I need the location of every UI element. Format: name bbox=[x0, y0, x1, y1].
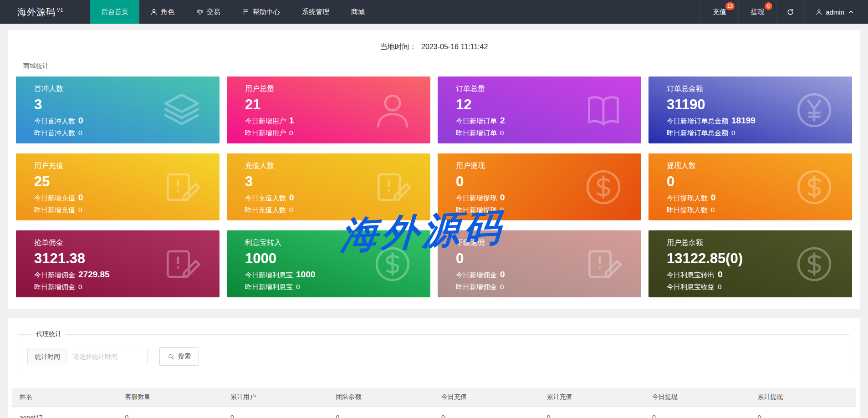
stat-card: 提现人数 0 今日提现人数0 昨日提现人数0 bbox=[648, 153, 852, 220]
menu-item-5[interactable]: 商城 bbox=[340, 0, 376, 24]
stat-card: 订单总金额 31190 今日新增订单总金额18199 昨日新增订单总金额0 bbox=[648, 76, 852, 143]
stat-card: 抢单佣金 3121.38 今日新增佣金2729.85 昨日新增佣金0 bbox=[16, 230, 220, 297]
dollar-icon bbox=[794, 167, 835, 208]
local-time-label: 当地时间： bbox=[380, 43, 417, 51]
edit-icon bbox=[372, 167, 413, 208]
layers-icon bbox=[161, 90, 202, 131]
menu-item-4[interactable]: 系统管理 bbox=[291, 0, 340, 24]
refresh-icon bbox=[786, 8, 794, 16]
dollar-icon bbox=[583, 167, 624, 208]
notification-badge: 0 bbox=[765, 2, 772, 10]
stat-card: 用户总余额 13122.85(0) 今日利息宝转出0 今日利息宝收益0 bbox=[648, 230, 852, 297]
navbar: 海外源码 V1 后台首页 角色 交易 帮助中心 系统管理 商城 充值 13 提现… bbox=[0, 0, 868, 24]
edit-icon bbox=[583, 244, 624, 285]
stat-card: 用户充值 25 今日新增充值0 昨日新增充值0 bbox=[16, 153, 220, 220]
agent-stats-fieldset: 代理统计 统计时间 搜索 bbox=[19, 330, 849, 375]
local-time: 当地时间： 2023-05-16 11:11:42 bbox=[8, 30, 860, 52]
time-filter-input[interactable] bbox=[67, 348, 148, 365]
stat-card: 订单总量 12 今日新增订单2 昨日新增订单0 bbox=[438, 76, 641, 143]
agent-table-header-row: 姓名客服数量累计用户团队余额今日充值累计充值今日提现累计提现 bbox=[12, 388, 856, 406]
menu-item-3[interactable]: 帮助中心 bbox=[231, 0, 291, 24]
agent-stats-panel: 代理统计 统计时间 搜索 姓名客服数量累计用户团队余额今日充值累计充值今日提现累… bbox=[8, 318, 860, 418]
flag-icon bbox=[242, 8, 250, 15]
column-header: 团队余额 bbox=[329, 388, 434, 406]
notification-badge: 13 bbox=[725, 2, 735, 10]
table-row: agnet170000000 bbox=[12, 406, 856, 418]
app-logo-text: 海外源码 bbox=[17, 6, 56, 18]
menu-item-1[interactable]: 角色 bbox=[139, 0, 185, 24]
stat-card: 用户提现 0 今日新增提现0 昨日新增提现0 bbox=[438, 153, 641, 220]
dollar-icon bbox=[372, 244, 413, 285]
stat-card: 用户总量 21 今日新增用户1 昨日新增用户0 bbox=[227, 76, 430, 143]
search-button-label: 搜索 bbox=[178, 352, 191, 361]
stat-card: 下级返佣 0 今日新增佣金0 昨日新增佣金0 bbox=[438, 230, 641, 297]
agent-table: 姓名客服数量累计用户团队余额今日充值累计充值今日提现累计提现 agnet1700… bbox=[12, 388, 856, 418]
stat-cards-grid: 首冲人数 3 今日首冲人数0 昨日首冲人数0 用户总量 21 今日新增用户1 昨… bbox=[8, 76, 860, 297]
table-cell: 0 bbox=[751, 406, 856, 418]
quick-action-1[interactable]: 提现 0 bbox=[738, 0, 776, 24]
person-icon bbox=[150, 8, 158, 15]
column-header: 姓名 bbox=[12, 388, 118, 406]
book-icon bbox=[583, 90, 624, 131]
scales-icon bbox=[196, 8, 204, 15]
agent-table-body: agnet170000000 bbox=[12, 406, 856, 418]
filter-row: 统计时间 搜索 bbox=[27, 347, 841, 366]
table-cell: 0 bbox=[645, 406, 751, 418]
table-cell: 0 bbox=[118, 406, 224, 418]
column-header: 累计提现 bbox=[751, 388, 856, 406]
edit-icon bbox=[161, 244, 202, 285]
table-cell: 0 bbox=[540, 406, 645, 418]
column-header: 累计用户 bbox=[223, 388, 329, 406]
user-menu[interactable]: admin bbox=[804, 0, 868, 24]
main-menu: 后台首页 角色 交易 帮助中心 系统管理 商城 bbox=[90, 0, 376, 24]
dollar-icon bbox=[794, 244, 835, 285]
stat-card: 利息宝转入 1000 今日新增利息宝1000 昨日新增利息宝0 bbox=[227, 230, 430, 297]
agent-stats-legend: 代理统计 bbox=[32, 330, 66, 338]
column-header: 客服数量 bbox=[118, 388, 224, 406]
quick-actions: 充值 13 提现 0 bbox=[700, 0, 776, 24]
local-time-value: 2023-05-16 11:11:42 bbox=[421, 43, 488, 51]
yen-icon bbox=[794, 90, 835, 131]
time-filter-label: 统计时间 bbox=[27, 348, 67, 365]
app-logo-version: V1 bbox=[57, 8, 63, 13]
navbar-right: 充值 13 提现 0 admin bbox=[700, 0, 868, 24]
stat-card: 首冲人数 3 今日首冲人数0 昨日首冲人数0 bbox=[16, 76, 220, 143]
table-cell: agnet17 bbox=[12, 406, 118, 418]
user-name: admin bbox=[826, 8, 844, 16]
table-cell: 0 bbox=[223, 406, 329, 418]
edit-icon bbox=[161, 167, 202, 208]
column-header: 今日提现 bbox=[645, 388, 751, 406]
column-header: 累计充值 bbox=[540, 388, 645, 406]
stat-card: 充值人数 3 今日充值人数0 昨日充值人数0 bbox=[227, 153, 430, 220]
section-title-mall-stats: 商城统计 bbox=[23, 62, 860, 70]
stats-panel: 当地时间： 2023-05-16 11:11:42 商城统计 首冲人数 3 今日… bbox=[8, 30, 860, 309]
refresh-button[interactable] bbox=[776, 0, 804, 24]
search-icon bbox=[168, 353, 174, 360]
app-logo: 海外源码 V1 bbox=[0, 0, 90, 24]
menu-item-0[interactable]: 后台首页 bbox=[90, 0, 139, 24]
search-button[interactable]: 搜索 bbox=[159, 347, 199, 366]
menu-item-2[interactable]: 交易 bbox=[185, 0, 231, 24]
user-icon bbox=[816, 9, 822, 15]
user-icon bbox=[372, 90, 413, 131]
table-cell: 0 bbox=[434, 406, 540, 418]
table-cell: 0 bbox=[329, 406, 434, 418]
chevron-up-icon bbox=[848, 9, 854, 15]
quick-action-0[interactable]: 充值 13 bbox=[700, 0, 738, 24]
column-header: 今日充值 bbox=[434, 388, 540, 406]
